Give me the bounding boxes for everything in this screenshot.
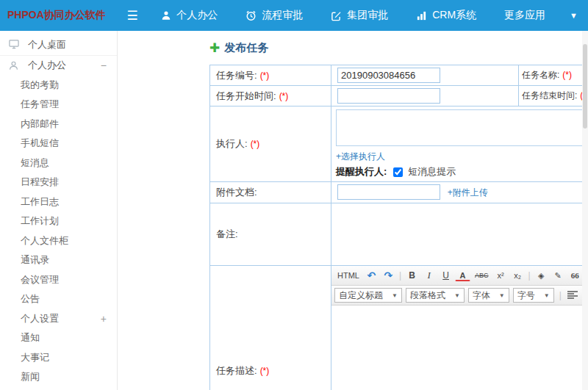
sidebar-item-personal-desktop[interactable]: 个人桌面 — [0, 34, 117, 56]
sidebar-item-label: 个人设置 — [21, 312, 59, 325]
redo-icon[interactable]: ↷ — [381, 268, 396, 283]
toolbar-separator: | — [398, 270, 403, 281]
nav-process-approval[interactable]: 流程审批 — [232, 0, 317, 31]
custom-title-select[interactable]: 自定义标题▼ — [334, 288, 402, 303]
sidebar-item-contacts[interactable]: 通讯录 — [0, 250, 117, 270]
editor-content[interactable] — [331, 306, 588, 390]
sidebar-item-announcement[interactable]: 公告 — [0, 289, 117, 309]
sidebar-item-personal-settings[interactable]: 个人设置 + — [0, 309, 117, 329]
sidebar-item-my-attendance[interactable]: 我的考勤 — [0, 76, 117, 95]
sidebar-item-work-plan[interactable]: 工作计划 — [0, 212, 117, 231]
undo-icon[interactable]: ↶ — [364, 268, 379, 283]
sidebar-item-file-cabinet[interactable]: 个人文件柜 — [0, 231, 117, 251]
description-label-cell: 任务描述:(*) — [210, 266, 331, 390]
bold-button[interactable]: B — [404, 268, 420, 283]
choose-executor-link[interactable]: +选择执行人 — [336, 151, 385, 163]
sidebar-item-label: 新闻 — [21, 370, 40, 383]
main-content: ✚ 发布任务 任务编号:(*) 任务名称:(*) 任务开始时间:(*) — [118, 31, 588, 390]
font-color-button[interactable]: A — [455, 270, 470, 281]
font-family-select[interactable]: 字体▼ — [468, 288, 509, 303]
end-time-label-cell: 任务结束时间:(*) — [519, 86, 584, 106]
attachment-input[interactable] — [337, 184, 440, 200]
sidebar-item-personal-office[interactable]: 个人办公 − — [0, 56, 117, 76]
task-number-label: 任务编号: — [216, 70, 257, 81]
nav-crm-system[interactable]: CRM系统 — [402, 0, 490, 31]
paragraph-format-label: 段落格式 — [410, 289, 445, 302]
sidebar-item-label: 个人桌面 — [28, 38, 66, 51]
sidebar-item-news[interactable]: 新闻 — [0, 367, 117, 387]
task-form: 任务编号:(*) 任务名称:(*) 任务开始时间:(*) 任务结束时间 — [209, 65, 588, 390]
attachment-label: 附件文档: — [216, 187, 257, 198]
attachment-upload-link[interactable]: +附件上传 — [448, 187, 488, 199]
end-time-label: 任务结束时间: — [522, 90, 577, 101]
remark-textarea[interactable] — [331, 203, 588, 265]
task-number-label-cell: 任务编号:(*) — [210, 65, 331, 86]
rich-text-editor: HTML ↶ ↷ | B I U A ABC x² x₂ | ◈ — [331, 266, 588, 390]
remark-field-cell — [331, 203, 588, 266]
nav-label: 个人办公 — [176, 9, 218, 22]
person-icon — [9, 61, 21, 71]
attachment-label-cell: 附件文档: — [210, 182, 331, 203]
executor-label-cell: 执行人:(*) — [210, 106, 331, 182]
app-logo: PHPOA协同办公软件 — [0, 0, 118, 31]
task-name-label: 任务名称: — [522, 70, 559, 80]
eraser-icon[interactable]: ◈ — [534, 268, 549, 283]
scrollbar-thumb[interactable] — [583, 44, 587, 129]
format-brush-icon[interactable]: ✎ — [551, 268, 566, 283]
sidebar-item-internal-mail[interactable]: 内部邮件 — [0, 115, 117, 134]
paragraph-format-select[interactable]: 段落格式▼ — [406, 288, 465, 303]
sidebar-item-label: 大事记 — [21, 351, 49, 364]
sidebar-item-task-management[interactable]: 任务管理 — [0, 95, 117, 115]
sidebar-item-notification[interactable]: 通知 — [0, 328, 117, 348]
sidebar-item-memorabilia[interactable]: 大事记 — [0, 348, 117, 368]
executor-textarea[interactable] — [336, 109, 584, 146]
underline-button[interactable]: U — [438, 268, 453, 283]
sidebar-item-work-log[interactable]: 工作日志 — [0, 192, 117, 212]
superscript-button[interactable]: x² — [493, 268, 509, 283]
sidebar-item-mobile-sms[interactable]: 手机短信 — [0, 134, 117, 154]
sidebar-item-label: 个人文件柜 — [21, 234, 68, 248]
align-left-icon[interactable] — [564, 288, 581, 303]
sidebar: 个人桌面 个人办公 − 我的考勤 任务管理 内部邮件 手机短信 短消息 日程安排… — [0, 31, 118, 390]
sms-remind-checkbox[interactable] — [393, 167, 403, 177]
sidebar-item-meeting-management[interactable]: 会议管理 — [0, 270, 117, 290]
blockquote-button[interactable]: 66 — [567, 268, 583, 283]
start-time-label-cell: 任务开始时间:(*) — [210, 86, 331, 106]
remark-label-cell: 备注: — [210, 203, 331, 266]
sidebar-item-label: 工作日志 — [21, 195, 59, 209]
sidebar-item-short-message[interactable]: 短消息 — [0, 154, 117, 173]
sidebar-item-label: 任务管理 — [21, 98, 59, 111]
desktop-icon — [9, 40, 21, 49]
top-header: PHPOA协同办公软件 ☰ 个人办公 流程审批 集团审批 CRM系统 — [0, 0, 588, 31]
more-apps-caret[interactable]: ▼ — [559, 0, 588, 31]
vertical-scrollbar[interactable] — [582, 31, 588, 390]
italic-button[interactable]: I — [421, 268, 437, 283]
sidebar-item-label: 会议管理 — [21, 273, 59, 286]
executor-label: 执行人: — [216, 138, 248, 149]
sidebar-item-label: 公告 — [21, 292, 40, 306]
subscript-button[interactable]: x₂ — [510, 268, 526, 283]
chevron-down-icon: ▼ — [570, 11, 578, 20]
menu-toggle-button[interactable]: ☰ — [118, 0, 147, 31]
nav-label: 更多应用 — [504, 9, 545, 22]
sidebar-item-label: 个人办公 — [28, 59, 66, 72]
start-time-input[interactable] — [337, 88, 440, 104]
toolbar-separator: | — [527, 270, 532, 281]
page-body: 个人桌面 个人办公 − 我的考勤 任务管理 内部邮件 手机短信 短消息 日程安排… — [0, 31, 588, 390]
expand-icon[interactable]: + — [101, 313, 107, 325]
html-source-button[interactable]: HTML — [334, 268, 362, 283]
sidebar-item-label: 日程安排 — [21, 176, 59, 189]
chevron-down-icon: ▼ — [544, 292, 550, 299]
executor-field-cell: +选择执行人 提醒执行人: 短消息提示 — [331, 106, 588, 182]
strikethrough-button[interactable]: ABC — [472, 268, 492, 283]
nav-group-approval[interactable]: 集团审批 — [317, 0, 402, 31]
sidebar-item-schedule[interactable]: 日程安排 — [0, 173, 117, 192]
nav-personal-office[interactable]: 个人办公 — [147, 0, 232, 31]
attachment-field-cell: +附件上传 — [331, 182, 588, 203]
sidebar-item-label: 内部邮件 — [21, 118, 59, 131]
nav-more-apps[interactable]: 更多应用 — [490, 0, 559, 31]
collapse-icon[interactable]: − — [101, 59, 107, 71]
task-number-input[interactable] — [337, 68, 440, 83]
process-approval-icon — [245, 10, 257, 21]
font-size-select[interactable]: 字号▼ — [513, 288, 554, 303]
